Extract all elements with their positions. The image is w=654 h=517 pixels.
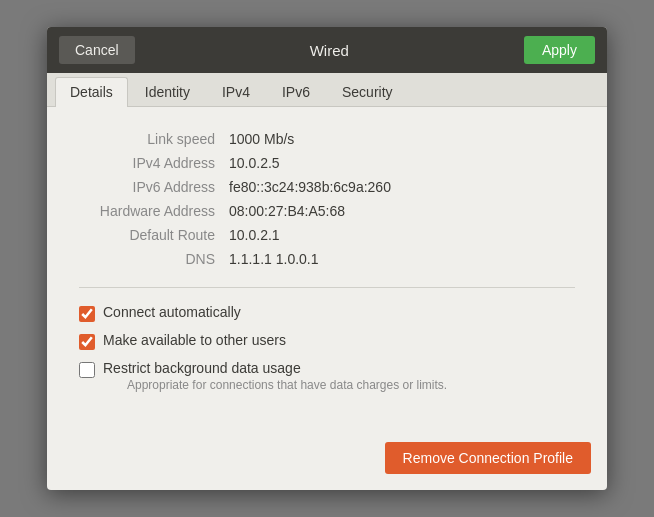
connect-automatically-checkbox[interactable]	[79, 306, 95, 322]
field-value-default-route: 10.0.2.1	[229, 227, 280, 243]
field-label-hardware: Hardware Address	[79, 203, 229, 219]
field-value-hardware: 08:00:27:B4:A5:68	[229, 203, 345, 219]
connect-automatically-label[interactable]: Connect automatically	[103, 304, 241, 320]
restrict-background-checkbox[interactable]	[79, 362, 95, 378]
list-item: Restrict background data usage Appropria…	[79, 360, 575, 392]
wired-dialog: Cancel Wired Apply Details Identity IPv4…	[47, 27, 607, 490]
cancel-button[interactable]: Cancel	[59, 36, 135, 64]
separator	[79, 287, 575, 288]
field-label-dns: DNS	[79, 251, 229, 267]
footer: Remove Connection Profile	[47, 430, 607, 490]
remove-connection-button[interactable]: Remove Connection Profile	[385, 442, 591, 474]
details-content: Link speed 1000 Mb/s IPv4 Address 10.0.2…	[47, 107, 607, 430]
tab-bar: Details Identity IPv4 IPv6 Security	[47, 73, 607, 107]
restrict-background-label[interactable]: Restrict background data usage	[103, 360, 447, 376]
table-row: Link speed 1000 Mb/s	[79, 131, 575, 147]
table-row: DNS 1.1.1.1 1.0.0.1	[79, 251, 575, 267]
field-label-link-speed: Link speed	[79, 131, 229, 147]
field-value-link-speed: 1000 Mb/s	[229, 131, 294, 147]
list-item: Make available to other users	[79, 332, 575, 350]
info-table: Link speed 1000 Mb/s IPv4 Address 10.0.2…	[79, 131, 575, 267]
field-value-ipv6: fe80::3c24:938b:6c9a:260	[229, 179, 391, 195]
field-value-dns: 1.1.1.1 1.0.0.1	[229, 251, 319, 267]
field-value-ipv4: 10.0.2.5	[229, 155, 280, 171]
titlebar: Cancel Wired Apply	[47, 27, 607, 73]
restrict-background-container: Restrict background data usage Appropria…	[103, 360, 447, 392]
tab-identity[interactable]: Identity	[130, 77, 205, 106]
table-row: IPv6 Address fe80::3c24:938b:6c9a:260	[79, 179, 575, 195]
field-label-ipv6: IPv6 Address	[79, 179, 229, 195]
tab-ipv6[interactable]: IPv6	[267, 77, 325, 106]
tab-security[interactable]: Security	[327, 77, 408, 106]
field-label-ipv4: IPv4 Address	[79, 155, 229, 171]
field-label-default-route: Default Route	[79, 227, 229, 243]
table-row: Default Route 10.0.2.1	[79, 227, 575, 243]
tab-ipv4[interactable]: IPv4	[207, 77, 265, 106]
table-row: IPv4 Address 10.0.2.5	[79, 155, 575, 171]
table-row: Hardware Address 08:00:27:B4:A5:68	[79, 203, 575, 219]
make-available-checkbox[interactable]	[79, 334, 95, 350]
restrict-background-sublabel: Appropriate for connections that have da…	[127, 378, 447, 392]
apply-button[interactable]: Apply	[524, 36, 595, 64]
make-available-label[interactable]: Make available to other users	[103, 332, 286, 348]
dialog-title: Wired	[310, 42, 349, 59]
checkboxes-section: Connect automatically Make available to …	[79, 304, 575, 392]
tab-details[interactable]: Details	[55, 77, 128, 107]
list-item: Connect automatically	[79, 304, 575, 322]
